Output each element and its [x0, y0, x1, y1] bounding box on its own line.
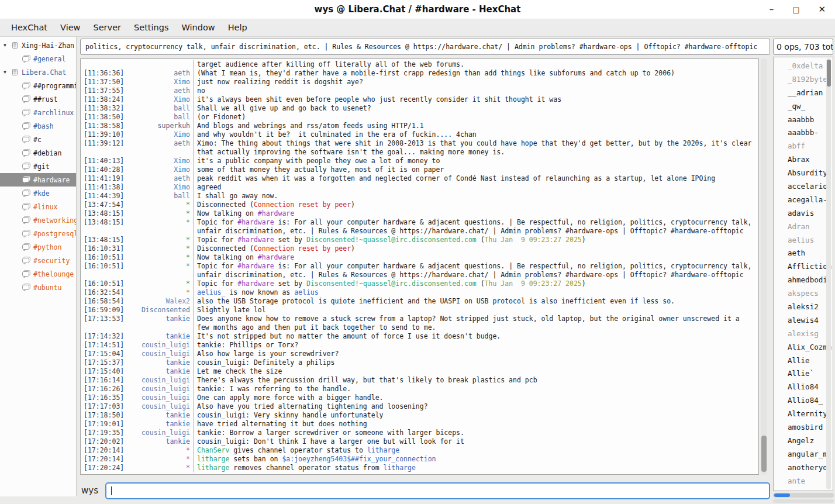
user-list-item[interactable]: Allie` [774, 367, 833, 380]
menu-help[interactable]: Help [222, 23, 254, 32]
user-list-item[interactable]: Abrax [774, 153, 833, 166]
tree-item-label: ##programming [33, 82, 76, 90]
chat-line: [13:48:15]*Topic for #hardware set by Di… [81, 236, 758, 244]
chat-message-text: target audience after killing off litera… [193, 60, 758, 69]
user-list-item[interactable]: alexisg [774, 327, 833, 340]
tree-channel--networking[interactable]: #networking [0, 213, 76, 227]
tree-channel--rust[interactable]: ##rust [0, 92, 76, 106]
user-list-item[interactable]: alewis4 [774, 313, 833, 327]
chat-nick: Ximo [132, 183, 190, 192]
chat-message-text: it's always been shit even before people… [193, 95, 758, 104]
chat-nick: cousin_luigi [132, 429, 190, 437]
user-list-item[interactable]: Adran [774, 220, 833, 233]
channel-tree[interactable]: ▼Xing-Hai-Zhan#general▼Libera.Chat##prog… [0, 37, 77, 496]
user-list-item[interactable]: _qw_ [774, 99, 833, 113]
user-list-item[interactable]: _0xdelta [774, 59, 833, 73]
user-list-hscrollbar[interactable] [773, 493, 834, 498]
chat-message-segment: unfair discrimination, etc. | Rules & Re… [197, 271, 744, 279]
menu-hexchat[interactable]: HexChat [5, 23, 54, 32]
user-list-item[interactable]: aaabbb [774, 113, 833, 126]
titlebar[interactable]: wys @ Libera.Chat / #hardware - HexChat … [0, 0, 835, 19]
user-list-item[interactable]: Angelz [774, 434, 833, 447]
close-icon[interactable]: ✕ [818, 5, 826, 14]
tree-item-label: #c [33, 136, 42, 144]
user-list-item[interactable]: ante [774, 474, 833, 488]
chat-message-text: and why wouldn't it be? it culminated in… [193, 130, 758, 139]
user-list-item[interactable]: abff [774, 139, 833, 153]
user-list-item[interactable]: Alternity [774, 407, 833, 420]
tree-expander-icon[interactable]: ▼ [1, 43, 9, 48]
chat-timestamp: [16:59:09] [81, 306, 132, 315]
tree-channel--c[interactable]: #c [0, 133, 76, 146]
user-list-item[interactable]: ahmedbodi [774, 273, 833, 286]
tree-channel--general[interactable]: #general [0, 52, 76, 65]
chat-timestamp: [11:38:50] [81, 113, 132, 122]
chat-scrollbar[interactable] [761, 58, 767, 475]
tree-channel--hardware[interactable]: #hardware [0, 173, 76, 187]
user-list-item[interactable]: accelario [774, 179, 833, 193]
user-list-item[interactable]: anotheryo [774, 461, 833, 474]
user-list-item[interactable]: Allio84 [774, 380, 833, 393]
user-list-item[interactable]: _8192byte [774, 73, 833, 86]
chat-nick [132, 323, 190, 332]
maximize-icon[interactable]: □ [792, 6, 799, 13]
tree-channel--debian[interactable]: #debian [0, 146, 76, 160]
tree-channel--python[interactable]: #python [0, 240, 76, 254]
tree-channel--thelounge[interactable]: #thelounge [0, 267, 76, 281]
tree-expander-icon[interactable]: ▼ [1, 70, 9, 75]
chat-line: [16:10:51]*Now talking on #hardware [81, 253, 758, 262]
minimize-icon[interactable]: – [770, 5, 774, 14]
chat-scrollbar-thumb[interactable] [761, 436, 767, 472]
chat-message-text: Does anyone know how to remove a stuck s… [193, 315, 758, 323]
own-nick-label: wys [81, 485, 98, 496]
user-list-item[interactable]: Allie [774, 354, 833, 367]
chat-nick: tankie [132, 332, 190, 341]
tree-channel--git[interactable]: #git [0, 160, 76, 173]
menu-view[interactable]: View [54, 23, 87, 32]
user-list-item[interactable]: __adrian [774, 86, 833, 99]
tree-channel--linux[interactable]: #linux [0, 200, 76, 213]
menu-settings[interactable]: Settings [127, 23, 175, 32]
tree-server-libera-chat[interactable]: ▼Libera.Chat [0, 65, 76, 79]
menu-window[interactable]: Window [175, 23, 222, 32]
channel-bubble-icon [22, 122, 30, 130]
user-list-item[interactable]: Absurdity [774, 166, 833, 179]
user-list-item[interactable]: Alix_Cozma [774, 340, 833, 354]
user-list[interactable]: _0xdelta_8192byte__adrian_qw_aaabbbaaabb… [773, 57, 833, 491]
tree-server-xing-hai-zhan[interactable]: ▼Xing-Hai-Zhan [0, 39, 76, 52]
user-list-item[interactable]: acegalla- [774, 193, 833, 206]
menu-server[interactable]: Server [87, 23, 127, 32]
chat-message-segment: Topic for [197, 262, 237, 270]
user-list-item[interactable]: aeth [774, 246, 833, 260]
chat-messages[interactable]: target audience after killing off litera… [80, 58, 759, 475]
user-list-item[interactable]: aelius [774, 233, 833, 247]
chat-timestamp: [11:40:13] [81, 157, 132, 165]
tree-channel--ubuntu[interactable]: #ubuntu [0, 281, 76, 294]
chat-line: [17:20:24]*litharge removes channel oper… [81, 464, 758, 472]
tree-channel--kde[interactable]: #kde [0, 187, 76, 200]
user-list-scrollbar[interactable] [826, 58, 831, 489]
chat-timestamp: [11:37:50] [81, 78, 132, 87]
topic-bar[interactable]: politics, cryptocurrency talk, unfair di… [80, 39, 770, 55]
user-list-item[interactable]: akspecs [774, 286, 833, 300]
user-list-item[interactable]: aleksi2 [774, 300, 833, 313]
tree-channel--security[interactable]: #security [0, 254, 76, 267]
tree-channel--programming[interactable]: ##programming [0, 79, 76, 92]
tree-channel--bash[interactable]: #bash [0, 119, 76, 133]
tree-channel--archlinux[interactable]: #archlinux [0, 106, 76, 119]
user-list-hscrollbar-thumb[interactable] [774, 493, 790, 497]
user-list-scrollbar-thumb[interactable] [827, 60, 831, 87]
user-list-item[interactable]: adavis [774, 206, 833, 220]
tree-channel--postgresql[interactable]: #postgresql [0, 227, 76, 240]
chat-nick: Ximo [132, 165, 190, 174]
user-list-item[interactable]: angular_m [774, 447, 833, 461]
chat-message-text: Topic for #hardware set by Disconsented!… [193, 236, 758, 244]
message-input[interactable] [105, 482, 770, 499]
chat-nick: * [132, 279, 190, 288]
user-list-item[interactable]: Allio84_ [774, 393, 833, 407]
user-list-item[interactable]: Affliction [774, 260, 833, 273]
user-list-item[interactable]: amosbird [774, 420, 833, 434]
user-list-hscrollbar-track[interactable] [773, 499, 834, 503]
chat-timestamp: [17:19:01] [81, 420, 132, 429]
user-list-item[interactable]: aaabbb- [774, 126, 833, 139]
